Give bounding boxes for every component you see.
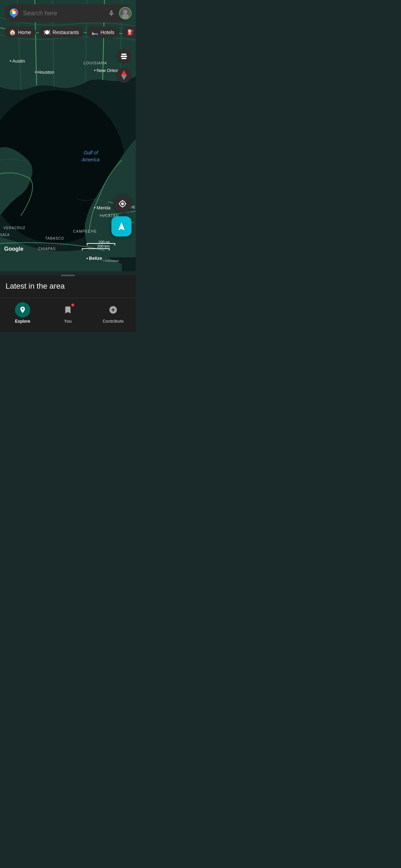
- contribute-icon-wrapper: [105, 302, 121, 318]
- layers-icon: [121, 54, 127, 59]
- nav-item-you[interactable]: You: [54, 302, 82, 324]
- svg-point-8: [123, 10, 127, 14]
- home-icon: 🏠: [9, 29, 16, 35]
- restaurants-icon: 🍽️: [44, 29, 50, 35]
- map-layers-button[interactable]: [116, 49, 132, 64]
- restaurants-label: Restaurants: [53, 30, 79, 35]
- search-bar: [4, 4, 132, 22]
- contribute-label: Contribute: [103, 319, 124, 324]
- notification-dot: [71, 304, 74, 306]
- avatar[interactable]: [119, 7, 132, 19]
- contribute-plus-circle-icon: [109, 305, 118, 314]
- gas-pill[interactable]: ⛽ Gas: [122, 26, 136, 38]
- compass-icon: [121, 70, 127, 80]
- latest-section: Latest in the area: [0, 276, 136, 298]
- nav-item-explore[interactable]: Explore: [9, 302, 37, 324]
- scale-km: 200 km: [82, 244, 110, 248]
- gas-icon: ⛽: [127, 29, 134, 35]
- explore-icon-wrapper: [15, 302, 30, 318]
- svg-point-6: [12, 11, 16, 14]
- compass-button[interactable]: [116, 67, 132, 83]
- hotels-pill[interactable]: 🛏️ Hotels: [87, 26, 119, 38]
- navigation-arrow-icon: [117, 222, 126, 231]
- nav-item-contribute[interactable]: Contribute: [99, 302, 127, 324]
- explore-icon: [19, 306, 26, 314]
- restaurants-pill[interactable]: 🍽️ Restaurants: [39, 26, 84, 38]
- latest-title: Latest in the area: [6, 282, 130, 291]
- google-logo: Google: [4, 246, 23, 252]
- compass-south: [121, 75, 127, 80]
- microphone-icon[interactable]: [107, 9, 116, 17]
- directions-button[interactable]: [111, 216, 132, 236]
- home-pill[interactable]: 🏠 Home: [4, 26, 36, 38]
- home-label: Home: [18, 30, 31, 35]
- explore-icon-bg: [15, 302, 30, 318]
- category-pills: 🏠 Home 🍽️ Restaurants 🛏️ Hotels ⛽ Gas 🛒 …: [0, 26, 136, 38]
- map-view[interactable]: 🏠 Home 🍽️ Restaurants 🛏️ Hotels ⛽ Gas 🛒 …: [0, 0, 136, 271]
- bottom-sheet: Latest in the area: [0, 275, 136, 298]
- location-target-icon: [118, 200, 127, 208]
- you-icon-wrapper: [60, 302, 76, 318]
- bottom-navigation: Explore You Contribute: [0, 298, 136, 332]
- my-location-button[interactable]: [113, 195, 132, 213]
- you-label: You: [64, 319, 72, 324]
- compass-north: [121, 70, 127, 75]
- explore-label: Explore: [15, 319, 30, 324]
- you-bookmark-icon: [63, 305, 72, 314]
- scale-line-graphic: [82, 248, 110, 250]
- google-maps-logo-icon: [8, 8, 19, 19]
- search-input[interactable]: [23, 10, 104, 17]
- hotels-label: Hotels: [101, 30, 115, 35]
- scale-bar: 100 mi 200 km: [82, 240, 110, 250]
- hotels-icon: 🛏️: [92, 29, 99, 35]
- scale-miles: 100 mi: [82, 240, 110, 244]
